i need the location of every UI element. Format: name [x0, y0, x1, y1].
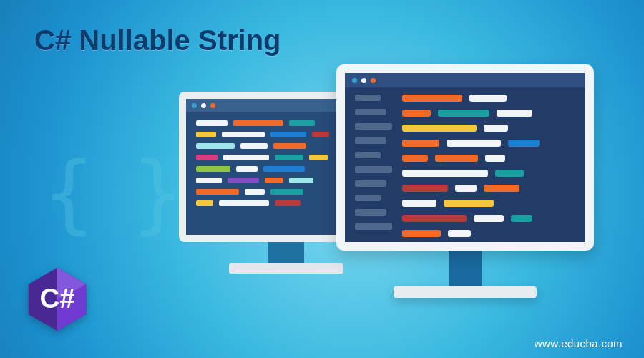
code-segment — [240, 143, 268, 149]
window-dot — [352, 78, 357, 83]
code-row — [402, 230, 575, 237]
code-segment — [228, 178, 259, 183]
gutter-mark — [355, 223, 392, 230]
code-segment — [196, 155, 218, 160]
code-row — [402, 95, 575, 102]
code-row — [402, 110, 575, 117]
line-gutter — [355, 95, 392, 232]
gutter-mark — [355, 152, 381, 158]
csharp-glyph: C# — [39, 283, 74, 314]
code-segment — [270, 189, 303, 195]
site-url: www.educba.com — [535, 337, 623, 349]
monitor-back-stand — [268, 242, 304, 263]
code-segment — [196, 166, 230, 172]
code-segment — [289, 178, 313, 183]
code-segment — [402, 170, 488, 177]
code-segment — [444, 200, 494, 207]
code-segment — [508, 140, 540, 147]
code-segment — [402, 95, 462, 102]
banner-canvas: { } C# Nullable String — [0, 0, 644, 358]
code-segment — [196, 178, 222, 183]
code-row — [402, 125, 575, 132]
code-segment — [219, 200, 269, 206]
monitor-front — [336, 64, 594, 298]
code-row — [402, 140, 575, 147]
code-segment — [263, 166, 305, 172]
monitor-front-base — [394, 286, 537, 298]
code-segment — [485, 155, 505, 162]
code-segment — [222, 132, 265, 137]
code-segment — [273, 143, 306, 149]
code-segment — [196, 132, 216, 137]
code-segment — [474, 215, 504, 222]
window-dot — [201, 103, 206, 108]
code-segment — [402, 155, 428, 162]
code-segment — [484, 125, 508, 132]
monitor-front-topbar — [345, 73, 585, 87]
code-segment — [275, 155, 303, 160]
code-segment — [196, 120, 228, 126]
code-segment — [495, 170, 524, 177]
gutter-mark — [355, 123, 392, 130]
code-row — [402, 185, 575, 192]
code-row — [402, 215, 575, 222]
gutter-mark — [355, 180, 386, 187]
code-segment — [511, 215, 532, 222]
code-segment — [402, 110, 431, 117]
code-row — [402, 170, 575, 177]
gutter-mark — [355, 195, 381, 201]
code-segment — [402, 140, 439, 147]
code-segment — [402, 125, 477, 132]
code-segment — [469, 95, 507, 102]
code-segment — [435, 155, 478, 162]
code-segment — [289, 120, 315, 126]
window-dot — [210, 103, 215, 108]
code-segment — [402, 230, 441, 237]
code-segment — [402, 215, 467, 222]
csharp-logo-icon: C# — [23, 265, 92, 334]
code-segment — [312, 132, 329, 137]
window-dot — [371, 78, 376, 83]
decor-brackets: { } — [43, 143, 177, 243]
code-segment — [402, 185, 448, 192]
code-segment — [484, 185, 519, 192]
monitor-front-stand — [449, 251, 482, 286]
code-segment — [265, 178, 283, 183]
monitor-front-screen — [336, 64, 594, 251]
window-dot — [192, 103, 197, 108]
gutter-mark — [355, 95, 381, 101]
code-segment — [245, 189, 265, 195]
page-title: C# Nullable String — [34, 24, 281, 57]
monitor-back-base — [229, 263, 343, 274]
window-dot — [361, 78, 366, 83]
code-segment — [438, 110, 489, 117]
code-segment — [196, 200, 213, 206]
code-segment — [448, 230, 471, 237]
gutter-mark — [355, 137, 386, 144]
code-segment — [233, 120, 283, 126]
code-segment — [275, 200, 301, 206]
gutter-mark — [355, 209, 386, 216]
code-row — [402, 200, 575, 207]
code-segment — [223, 155, 269, 160]
code-segment — [497, 110, 532, 117]
code-segment — [447, 140, 501, 147]
code-area-front — [355, 95, 575, 232]
code-segment — [196, 189, 239, 195]
gutter-mark — [355, 109, 386, 115]
code-segment — [402, 200, 436, 207]
gutter-mark — [355, 166, 392, 173]
code-segment — [309, 155, 328, 160]
code-segment — [455, 185, 477, 192]
code-lines-front — [402, 95, 575, 232]
code-segment — [236, 166, 258, 172]
code-segment — [270, 132, 306, 137]
code-segment — [196, 143, 235, 149]
code-row — [402, 155, 575, 162]
